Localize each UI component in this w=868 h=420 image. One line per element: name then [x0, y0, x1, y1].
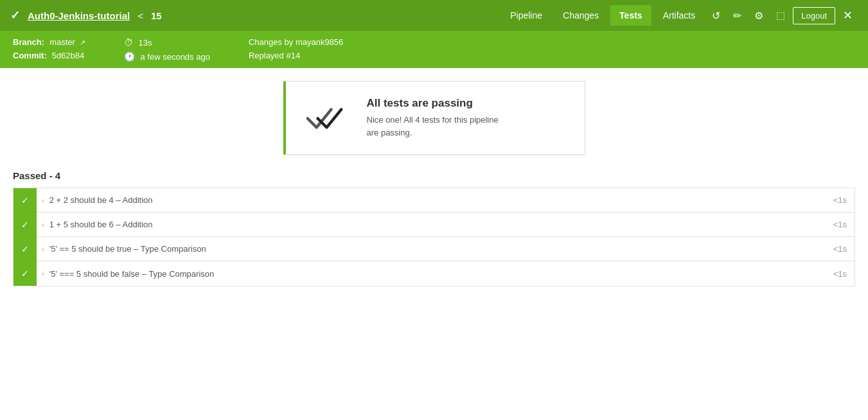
- commit-value: 5d62b84: [52, 51, 85, 60]
- all-passing-card: All tests are passing Nice one! All 4 te…: [283, 81, 585, 155]
- time-row: 🕐 a few seconds ago: [124, 51, 209, 62]
- branch-row: Branch: master ↗: [13, 37, 85, 47]
- time-value: a few seconds ago: [140, 52, 209, 62]
- success-check-icon: ✓: [10, 8, 20, 22]
- timer-icon: ⏱: [124, 37, 133, 48]
- refresh-icon: ↺: [712, 10, 720, 22]
- test-name-2: 1 + 5 should be 6 – Addition: [49, 220, 833, 229]
- settings-button[interactable]: ⚙: [749, 6, 768, 26]
- nav-tests[interactable]: Tests: [610, 5, 651, 26]
- table-row: ✓ › '5' === 5 should be false – Type Com…: [13, 261, 855, 286]
- table-row: ✓ › '5' == 5 should be true – Type Compa…: [13, 237, 855, 261]
- nav-pipeline[interactable]: Pipeline: [501, 5, 551, 26]
- table-row: ✓ › 2 + 2 should be 4 – Addition <1s: [13, 188, 855, 213]
- build-number: 15: [151, 10, 162, 21]
- test-name-1: 2 + 2 should be 4 – Addition: [49, 195, 833, 205]
- changes-row: Changes by mayank9856: [249, 37, 343, 47]
- close-button[interactable]: ✕: [838, 6, 858, 25]
- replayed-value: Replayed #14: [249, 51, 300, 60]
- edit-button[interactable]: ✏: [728, 6, 747, 26]
- test-name-4: '5' === 5 should be false – Type Compari…: [49, 269, 833, 279]
- changes-col: Changes by mayank9856 Replayed #14: [249, 37, 343, 60]
- replayed-row: Replayed #14: [249, 51, 343, 60]
- gear-icon: ⚙: [754, 10, 763, 22]
- header-separator: <: [137, 10, 143, 21]
- logout-button[interactable]: Logout: [793, 7, 835, 24]
- pipeline-title[interactable]: Auth0-Jenkins-tutorial: [28, 10, 130, 21]
- export-button[interactable]: ⬚: [771, 6, 790, 25]
- commit-row: Commit: 5d62b84: [13, 51, 85, 60]
- expand-icon-3[interactable]: ›: [37, 245, 49, 253]
- duration-row: ⏱ 13s: [124, 37, 209, 48]
- close-icon: ✕: [843, 9, 853, 22]
- duration-value: 13s: [138, 38, 152, 48]
- test-pass-icon-2: ✓: [13, 213, 37, 237]
- main-content: All tests are passing Nice one! All 4 te…: [0, 68, 868, 299]
- passed-section: Passed - 4 ✓ › 2 + 2 should be 4 – Addit…: [13, 170, 855, 286]
- test-duration-2: <1s: [833, 220, 855, 229]
- branch-commit-col: Branch: master ↗ Commit: 5d62b84: [13, 37, 85, 60]
- expand-icon-1[interactable]: ›: [37, 197, 49, 204]
- commit-label: Commit:: [13, 51, 47, 60]
- test-duration-1: <1s: [833, 195, 855, 205]
- table-row: ✓ › 1 + 5 should be 6 – Addition <1s: [13, 213, 855, 237]
- branch-value: master ↗: [49, 37, 85, 47]
- nav-artifacts[interactable]: Artifacts: [654, 5, 705, 26]
- test-list: ✓ › 2 + 2 should be 4 – Addition <1s ✓ ›…: [13, 188, 855, 286]
- test-pass-icon-4: ✓: [13, 261, 37, 286]
- refresh-button[interactable]: ↺: [707, 6, 725, 26]
- time-col: ⏱ 13s 🕐 a few seconds ago: [124, 37, 209, 62]
- test-name-3: '5' == 5 should be true – Type Compariso…: [49, 244, 833, 254]
- sub-header: Branch: master ↗ Commit: 5d62b84 ⏱ 13s 🕐…: [0, 31, 868, 68]
- all-passing-title: All tests are passing: [367, 97, 508, 110]
- double-checkmark-icon: [306, 102, 351, 134]
- expand-icon-2[interactable]: ›: [37, 221, 49, 229]
- all-passing-text: All tests are passing Nice one! All 4 te…: [367, 97, 508, 139]
- external-link-icon: ↗: [80, 39, 85, 46]
- nav-changes[interactable]: Changes: [554, 5, 608, 26]
- main-header: ✓ Auth0-Jenkins-tutorial < 15 Pipeline C…: [0, 0, 868, 31]
- export-icon: ⬚: [776, 10, 785, 21]
- test-duration-4: <1s: [833, 269, 855, 279]
- passed-header: Passed - 4: [13, 170, 855, 181]
- clock-icon: 🕐: [124, 51, 135, 62]
- branch-label: Branch:: [13, 37, 44, 47]
- edit-icon: ✏: [733, 10, 741, 22]
- expand-icon-4[interactable]: ›: [37, 270, 49, 277]
- test-pass-icon-1: ✓: [13, 188, 37, 213]
- all-passing-description: Nice one! All 4 tests for this pipeline …: [367, 114, 508, 139]
- changes-value: Changes by mayank9856: [249, 37, 343, 47]
- test-pass-icon-3: ✓: [13, 237, 37, 261]
- test-duration-3: <1s: [833, 244, 855, 254]
- main-nav: Pipeline Changes Tests Artifacts ↺ ✏ ⚙ ⬚…: [501, 5, 858, 26]
